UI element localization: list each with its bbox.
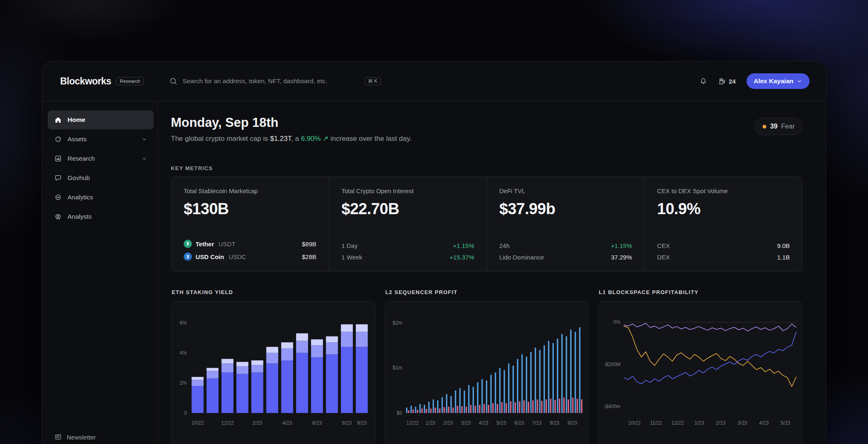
user-menu-button[interactable]: Alex Kayaian bbox=[747, 73, 810, 89]
gas-tracker[interactable]: 24 bbox=[718, 77, 736, 85]
fear-dot-icon bbox=[763, 125, 766, 129]
blockworks-logo[interactable]: Blockworks bbox=[60, 76, 111, 87]
svg-text:4/23: 4/23 bbox=[478, 420, 488, 426]
person-circle-icon bbox=[54, 213, 62, 220]
stat-value: +1.15% bbox=[453, 242, 474, 249]
svg-text:1/23: 1/23 bbox=[695, 420, 705, 426]
metric-value: $37.99b bbox=[499, 200, 632, 218]
metric-stablecoin-marketcap: Total Stablecoin Marketcap $130B ₮ Tethe… bbox=[171, 177, 329, 271]
sidebar-item-analytics[interactable]: Analytics bbox=[48, 188, 154, 207]
chevron-down-icon bbox=[797, 79, 802, 84]
l2-sequencer-profit-section: L2 SEQUENCER PROFIT $0$1m$2m12/221/232/2… bbox=[385, 289, 589, 444]
sidebar-item-analysts[interactable]: Analysts bbox=[48, 207, 154, 226]
svg-text:10/22: 10/22 bbox=[628, 420, 641, 426]
svg-text:0%: 0% bbox=[614, 319, 621, 325]
key-metrics-heading: KEY METRICS bbox=[171, 165, 803, 171]
search-bar: ⌘ K bbox=[169, 77, 380, 85]
summary-mid: , a bbox=[291, 135, 301, 143]
stat-label: DEX bbox=[657, 254, 670, 261]
svg-text:3/23: 3/23 bbox=[461, 420, 471, 426]
asset-name: Tether bbox=[196, 241, 214, 248]
chart-title: L1 BLOCKSPACE PROFITABILITY bbox=[599, 289, 803, 295]
topbar-actions: 24 Alex Kayaian bbox=[699, 73, 810, 89]
app-window: Blockworks Research ⌘ K 24 Alex Ka bbox=[42, 61, 826, 444]
asset-name: USD Coin bbox=[196, 253, 224, 260]
asset-ticker: USDT bbox=[219, 241, 236, 248]
sidebar-item-govhub[interactable]: Govhub bbox=[48, 168, 154, 187]
l2-sequencer-profit-chart: $0$1m$2m12/221/232/233/234/235/236/237/2… bbox=[385, 301, 589, 444]
metric-title: DeFi TVL bbox=[499, 187, 632, 194]
svg-text:9/23: 9/23 bbox=[567, 420, 577, 426]
svg-text:8/23: 8/23 bbox=[342, 420, 352, 426]
newsletter-label: Newsletter bbox=[67, 434, 96, 441]
stat-value: 9.0B bbox=[777, 242, 790, 249]
stat-row: Lido Dominance 37.29% bbox=[499, 254, 632, 261]
sidebar-item-label: Govhub bbox=[68, 174, 90, 182]
stat-value: 1.1B bbox=[777, 254, 790, 261]
metric-defi-tvl: DeFi TVL $37.99b 24h +1.15% Lido Dominan… bbox=[487, 177, 645, 271]
svg-text:2/23: 2/23 bbox=[252, 420, 262, 426]
svg-text:5/23: 5/23 bbox=[781, 420, 791, 426]
sidebar-item-home[interactable]: Home bbox=[48, 110, 154, 129]
page-title: Monday, Sep 18th bbox=[171, 115, 412, 130]
svg-text:4%: 4% bbox=[180, 350, 187, 356]
sidebar: Home Assets Research bbox=[42, 101, 158, 444]
svg-text:11/22: 11/22 bbox=[650, 420, 662, 426]
market-summary: The global crypto market cap is $1.23T, … bbox=[171, 134, 412, 143]
svg-text:4/23: 4/23 bbox=[759, 420, 769, 426]
stat-row: DEX 1.1B bbox=[657, 254, 790, 261]
svg-text:9/23: 9/23 bbox=[357, 420, 367, 426]
svg-text:5/23: 5/23 bbox=[497, 420, 506, 426]
l1-blockspace-profitability-section: L1 BLOCKSPACE PROFITABILITY 0%-$200M-$40… bbox=[598, 289, 803, 444]
search-input[interactable] bbox=[182, 77, 359, 85]
sidebar-item-assets[interactable]: Assets bbox=[48, 130, 154, 149]
stat-value: +1.15% bbox=[611, 242, 632, 249]
newsletter-icon bbox=[54, 433, 62, 441]
metric-value: $130B bbox=[184, 200, 316, 218]
sidebar-item-research[interactable]: Research bbox=[48, 149, 154, 168]
fear-value: 39 bbox=[770, 123, 777, 130]
usdc-icon: $ bbox=[184, 252, 192, 261]
eth-staking-yield-svg: 02%4%6%10/2212/222/234/236/238/239/23 bbox=[171, 301, 375, 444]
stat-row: 1 Week +15.37% bbox=[341, 254, 474, 261]
stat-label: 1 Day bbox=[341, 242, 357, 249]
svg-text:12/22: 12/22 bbox=[406, 420, 419, 426]
user-name: Alex Kayaian bbox=[754, 77, 794, 85]
svg-text:$2m: $2m bbox=[392, 320, 402, 326]
chevron-down-icon bbox=[142, 137, 147, 142]
svg-text:-$400m: -$400m bbox=[604, 404, 621, 409]
page-header: Monday, Sep 18th The global crypto marke… bbox=[171, 115, 803, 143]
summary-suffix: increase over the last day. bbox=[329, 135, 412, 143]
svg-text:8/23: 8/23 bbox=[550, 420, 560, 426]
up-arrow-icon: ↗ bbox=[321, 135, 329, 143]
asset-row-usdc[interactable]: $ USD Coin USDC $28B bbox=[184, 252, 316, 261]
keyboard-shortcut-badge: ⌘ K bbox=[364, 77, 380, 85]
search-icon bbox=[169, 77, 177, 85]
sidebar-item-label: Analytics bbox=[68, 194, 93, 201]
asset-value: $89B bbox=[302, 241, 316, 248]
svg-text:0: 0 bbox=[184, 410, 187, 416]
svg-text:2/23: 2/23 bbox=[443, 420, 453, 426]
svg-text:10/22: 10/22 bbox=[191, 420, 204, 426]
svg-text:6%: 6% bbox=[180, 320, 187, 326]
svg-text:6/23: 6/23 bbox=[514, 420, 524, 426]
market-cap-value: $1.23T bbox=[270, 135, 291, 143]
svg-text:4/23: 4/23 bbox=[282, 420, 292, 426]
svg-text:12/22: 12/22 bbox=[221, 420, 233, 426]
svg-text:$1m: $1m bbox=[392, 365, 402, 371]
sidebar-item-label: Home bbox=[68, 116, 85, 124]
sidebar-item-label: Analysts bbox=[68, 213, 92, 220]
stat-label: Lido Dominance bbox=[499, 254, 544, 261]
chart-doc-icon bbox=[54, 155, 62, 162]
sidebar-item-newsletter[interactable]: Newsletter bbox=[54, 433, 96, 441]
sidebar-item-label: Research bbox=[68, 155, 95, 162]
gas-price-value: 24 bbox=[729, 78, 736, 85]
market-change-value: 6.90% bbox=[301, 135, 321, 143]
asset-row-tether[interactable]: ₮ Tether USDT $89B bbox=[184, 240, 316, 248]
stat-label: CEX bbox=[657, 242, 670, 249]
svg-text:7/23: 7/23 bbox=[532, 420, 542, 426]
research-badge: Research bbox=[116, 77, 144, 85]
metric-title: CEX to DEX Spot Volume bbox=[657, 187, 790, 194]
stat-label: 1 Week bbox=[341, 254, 362, 261]
notifications-button[interactable] bbox=[699, 77, 707, 85]
